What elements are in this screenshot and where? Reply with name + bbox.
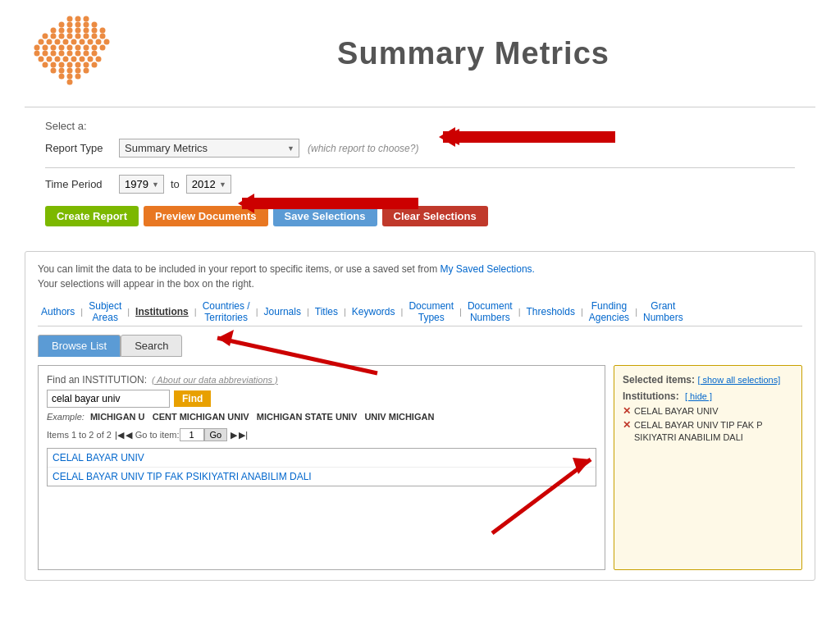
svg-point-67 [75,68,81,74]
svg-point-26 [63,39,69,45]
svg-point-65 [59,68,65,74]
svg-point-49 [39,57,44,62]
selected-panel: Selected items: [ show all selections] I… [614,365,802,570]
first-page-icon[interactable]: |◀ [115,430,124,441]
show-all-selections-link[interactable]: [ show all selections] [697,375,780,385]
svg-point-29 [88,39,94,45]
svg-point-59 [59,62,65,68]
to-year-select[interactable]: 2012 [186,175,231,194]
tab-journals[interactable]: Journals [261,304,304,320]
selected-item-2: ✕ CELAL BAYAR UNIV TIP FAK P SIKIYATRI A… [623,419,793,443]
tab-titles[interactable]: Titles [312,304,341,320]
main-content-row: Find an INSTITUTION: ( About our data ab… [38,365,802,570]
svg-point-20 [84,34,89,39]
go-button[interactable]: Go [204,428,228,441]
institution-search-input[interactable] [47,390,170,408]
tab-keywords[interactable]: Keywords [349,304,399,320]
svg-point-23 [39,39,44,45]
tab-funding-agencies[interactable]: FundingAgencies [586,298,632,326]
svg-point-13 [92,28,98,34]
svg-point-54 [80,57,85,62]
svg-point-0 [67,16,73,22]
remove-item-2-button[interactable]: ✕ [623,419,631,431]
tab-subject-areas[interactable]: SubjectAreas [85,298,125,326]
tab-institutions[interactable]: Institutions [132,304,192,320]
svg-point-14 [100,28,106,34]
svg-point-38 [84,45,89,51]
svg-point-28 [80,39,85,45]
report-type-select[interactable]: Summary Metrics [119,139,299,158]
hide-link[interactable]: [ hide ] [685,391,712,401]
svg-point-34 [51,45,57,51]
time-period-row: Time Period 1979 to 2012 [45,175,795,194]
save-selections-button[interactable]: Save Selections [273,206,377,226]
last-page-icon[interactable]: ▶| [239,430,248,441]
svg-point-15 [43,34,48,39]
svg-point-8 [51,28,57,34]
selected-items-header: Selected items: [ show all selections] [623,374,793,386]
to-year-wrapper[interactable]: 2012 [186,175,231,194]
svg-point-27 [71,39,77,45]
tab-document-numbers[interactable]: DocumentNumbers [464,298,516,326]
result-item[interactable]: CELAL BAYAR UNIV TIP FAK PSIKIYATRI ANAB… [48,468,596,486]
svg-point-12 [84,28,89,34]
report-type-select-wrapper[interactable]: Summary Metrics [119,139,299,158]
report-type-row: Report Type Summary Metrics (which repor… [45,139,795,158]
svg-point-17 [59,34,65,39]
institutions-section-label: Institutions: [ hide ] [623,390,793,402]
search-tab[interactable]: Search [121,335,182,357]
svg-point-9 [59,28,65,34]
goto-input[interactable] [180,428,204,441]
svg-point-53 [71,57,77,62]
svg-point-35 [59,45,65,51]
from-year-wrapper[interactable]: 1979 [119,175,164,194]
example-label: Example: [47,412,84,422]
svg-point-1 [75,16,81,22]
which-report-link[interactable]: (which report to choose?) [308,143,418,154]
tab-thresholds[interactable]: Thresholds [523,304,578,320]
page-nav[interactable]: |◀ ◀ [115,430,132,441]
tab-authors[interactable]: Authors [38,304,78,320]
items-count: Items 1 to 2 of 2 [47,430,112,440]
svg-point-72 [67,80,73,85]
browse-list-tab[interactable]: Browse List [38,335,121,357]
svg-point-6 [84,22,89,28]
svg-point-62 [84,62,89,68]
preview-documents-button[interactable]: Preview Documents [144,206,268,226]
svg-point-43 [51,51,57,57]
next-page-icon[interactable]: ▶ [231,430,237,441]
svg-point-21 [92,34,98,39]
page-title-area: Summary Metrics [131,36,815,71]
to-label: to [171,178,180,190]
from-year-select[interactable]: 1979 [119,175,164,194]
svg-point-58 [51,62,57,68]
result-item[interactable]: CELAL BAYAR UNIV [48,449,596,468]
svg-point-41 [34,51,40,57]
tab-countries-territories[interactable]: Countries /Territories [199,298,253,326]
svg-point-56 [96,57,102,62]
example-text: MICHIGAN U CENT MICHIGAN UNIV MICHIGAN S… [90,412,434,422]
abbreviations-link[interactable]: ( About our data abbreviations ) [152,375,278,385]
remove-item-1-button[interactable]: ✕ [623,405,631,417]
prev-page-icon[interactable]: ◀ [126,430,132,441]
content-section: You can limit the data to be included in… [25,251,815,581]
example-row: Example: MICHIGAN U CENT MICHIGAN UNIV M… [47,412,596,422]
svg-point-5 [75,22,81,28]
tab-grant-numbers[interactable]: GrantNumbers [640,298,687,326]
clear-selections-button[interactable]: Clear Selections [382,206,488,226]
page-nav-next[interactable]: ▶ ▶| [231,430,248,441]
svg-point-33 [43,45,48,51]
svg-point-25 [55,39,61,45]
svg-point-44 [59,51,65,57]
action-buttons-row: Create Report Preview Documents Save Sel… [45,206,795,226]
nav-tabs: Authors | SubjectAreas | Institutions | … [38,298,802,326]
tab-document-types[interactable]: DocumentTypes [405,298,457,326]
find-button[interactable]: Find [174,390,211,407]
form-area: Select a: Report Type Summary Metrics (w… [0,107,840,251]
find-institution-label: Find an INSTITUTION: [47,374,147,386]
find-input-row: Find [47,390,596,408]
svg-point-7 [92,22,98,28]
saved-selections-link[interactable]: My Saved Selections. [441,263,535,275]
create-report-button[interactable]: Create Report [45,206,139,226]
svg-point-18 [67,34,73,39]
